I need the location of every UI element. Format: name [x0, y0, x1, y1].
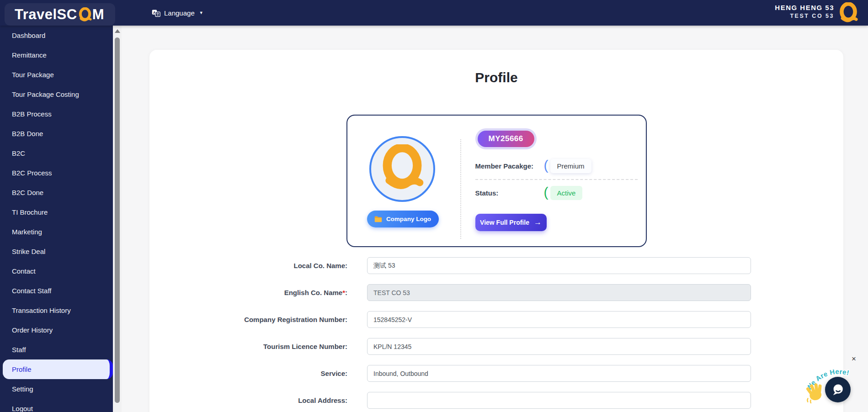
- sidebar-item-ti-brochure[interactable]: TI Brochure: [0, 202, 113, 222]
- page-title: Profile: [149, 70, 843, 89]
- tourism-licence-number-input[interactable]: [367, 338, 751, 355]
- brand-post: M: [92, 6, 104, 23]
- sidebar-item-tour-package-costing[interactable]: Tour Package Costing: [0, 85, 113, 104]
- card-details: MY25666 Member Pacakge: ( Premium Status…: [475, 116, 639, 231]
- dashed-divider: [475, 179, 638, 180]
- language-selector[interactable]: A Language ▼: [152, 0, 203, 26]
- local-co-name-input[interactable]: [367, 257, 751, 274]
- profile-panel: Profile Company Logo MY25666: [149, 50, 843, 412]
- form-row-service: Service:: [149, 365, 843, 382]
- sidebar-item-transaction-history[interactable]: Transaction History: [0, 301, 113, 320]
- sidebar-item-logout[interactable]: Logout: [0, 399, 113, 412]
- sidebar-item-order-history[interactable]: Order History: [0, 320, 113, 340]
- sidebar: Dashboard Remittance Tour Package Tour P…: [0, 26, 113, 412]
- local-co-name-label: Local Co. Name:: [149, 262, 347, 269]
- company-registration-number-label: Company Registration Number:: [149, 316, 347, 323]
- tourism-licence-number-label: Tourism Licence Number:: [149, 343, 347, 350]
- status-row: Status: ( Active: [475, 186, 639, 200]
- sidebar-scrollbar[interactable]: [113, 26, 122, 412]
- sidebar-item-setting[interactable]: Setting: [0, 379, 113, 399]
- top-navbar: TravelSC M A Language ▼ HENG HENG 53 TES…: [0, 0, 868, 26]
- form-row-company-registration-number: Company Registration Number:: [149, 311, 843, 328]
- status-label: Status:: [475, 189, 544, 197]
- sidebar-item-b2c-process[interactable]: B2C Process: [0, 163, 113, 183]
- profile-summary-card: Company Logo MY25666 Member Pacakge: ( P…: [346, 115, 647, 247]
- scrollbar-thumb[interactable]: [115, 37, 120, 403]
- speech-bubble-icon: [829, 381, 847, 398]
- brand-pre: TravelSC: [15, 6, 77, 23]
- sidebar-item-contact[interactable]: Contact: [0, 261, 113, 281]
- company-registration-number-input[interactable]: [367, 311, 751, 328]
- translate-icon: A: [152, 9, 160, 17]
- member-package-value: Premium: [550, 159, 591, 173]
- sidebar-item-remittance[interactable]: Remittance: [0, 45, 113, 65]
- member-package-label: Member Pacakge:: [475, 162, 544, 170]
- status-badge: Active: [550, 186, 583, 200]
- view-full-profile-button[interactable]: View Full Profile →: [475, 214, 547, 231]
- english-co-name-input[interactable]: [367, 284, 751, 301]
- user-q-logo-icon: [838, 2, 859, 24]
- user-account[interactable]: HENG HENG 53 TEST CO 53: [775, 4, 834, 19]
- sidebar-item-tour-package[interactable]: Tour Package: [0, 65, 113, 85]
- brand-logo[interactable]: TravelSC M: [5, 3, 115, 26]
- company-logo-button-label: Company Logo: [386, 216, 431, 222]
- company-avatar: [369, 136, 435, 202]
- service-label: Service:: [149, 370, 347, 377]
- local-address-label: Local Address:: [149, 396, 347, 404]
- user-name: HENG HENG 53: [775, 4, 834, 11]
- user-company: TEST CO 53: [775, 13, 834, 19]
- company-logo-button[interactable]: Company Logo: [367, 211, 439, 227]
- company-q-logo-icon: [379, 144, 425, 194]
- chat-close-icon[interactable]: ×: [852, 355, 856, 363]
- arrow-right-icon: →: [534, 218, 542, 227]
- english-co-name-label: English Co. Name*:: [149, 289, 347, 296]
- chat-widget: × We Are Here!: [804, 357, 868, 412]
- form-row-local-co-name: Local Co. Name:: [149, 257, 843, 274]
- chevron-down-icon: ▼: [199, 11, 203, 15]
- view-full-profile-label: View Full Profile: [480, 219, 529, 226]
- sidebar-item-b2c-done[interactable]: B2C Done: [0, 183, 113, 202]
- form-row-english-co-name: English Co. Name*:: [149, 284, 843, 301]
- scroll-up-arrow-icon[interactable]: [115, 29, 120, 33]
- form-row-tourism-licence-number: Tourism Licence Number:: [149, 338, 843, 355]
- sidebar-item-b2b-done[interactable]: B2B Done: [0, 124, 113, 143]
- folder-icon: [374, 216, 382, 222]
- sidebar-item-profile[interactable]: Profile: [3, 359, 113, 379]
- form-row-local-address: Local Address:: [149, 392, 843, 409]
- profile-form: Local Co. Name: English Co. Name*: Compa…: [149, 257, 843, 409]
- member-id-value: MY25666: [478, 131, 534, 147]
- sidebar-item-dashboard[interactable]: Dashboard: [0, 26, 113, 45]
- local-address-input[interactable]: [367, 392, 751, 409]
- main-content: Profile Company Logo MY25666: [122, 26, 868, 412]
- member-id-badge: MY25666: [475, 128, 537, 149]
- card-divider: [460, 139, 461, 239]
- sidebar-item-contact-staff[interactable]: Contact Staff: [0, 281, 113, 301]
- brand-text: TravelSC M: [15, 6, 104, 23]
- sidebar-item-marketing[interactable]: Marketing: [0, 222, 113, 242]
- brand-q-icon: [78, 7, 92, 23]
- language-label: Language: [164, 9, 195, 17]
- sidebar-item-strike-deal[interactable]: Strike Deal: [0, 242, 113, 261]
- chat-launcher-button[interactable]: [825, 377, 851, 402]
- sidebar-item-b2c[interactable]: B2C: [0, 143, 113, 163]
- member-package-row: Member Pacakge: ( Premium: [475, 159, 639, 173]
- service-input[interactable]: [367, 365, 751, 382]
- sidebar-item-staff[interactable]: Staff: [0, 340, 113, 359]
- sidebar-item-b2b-process[interactable]: B2B Process: [0, 104, 113, 124]
